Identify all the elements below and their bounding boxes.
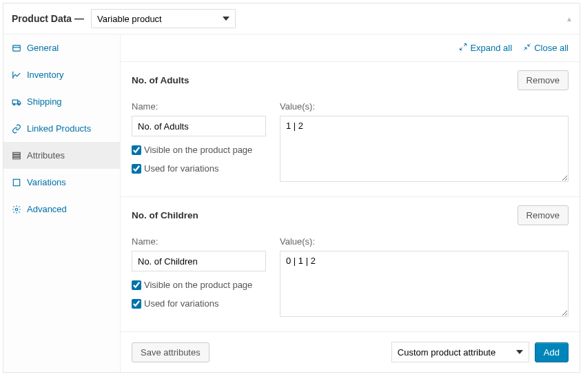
attribute-title: No. of Children: [132, 210, 198, 220]
product-data-panel: Product Data — Variable product ▲ Genera…: [3, 3, 580, 373]
sidebar-item-shipping[interactable]: Shipping: [3, 88, 120, 115]
close-all-link[interactable]: Close all: [523, 43, 569, 53]
sidebar-item-label: Attributes: [27, 150, 65, 161]
footer: Save attributes Custom product attribute…: [121, 332, 580, 372]
visible-checkbox[interactable]: [132, 145, 141, 155]
svg-rect-2: [12, 100, 18, 104]
svg-point-9: [15, 208, 18, 211]
variations-checkbox-row[interactable]: Used for variations: [132, 163, 266, 174]
gear-icon: [12, 205, 21, 214]
values-label: Value(s):: [280, 101, 569, 112]
attribute-name-input[interactable]: [132, 251, 266, 271]
svg-line-10: [464, 44, 467, 47]
remove-button[interactable]: Remove: [518, 70, 569, 90]
variations-checkbox-row[interactable]: Used for variations: [132, 298, 266, 309]
panel-header: Product Data — Variable product ▲: [3, 3, 580, 34]
square-icon: [12, 178, 21, 187]
product-type-select[interactable]: Variable product: [91, 9, 236, 28]
variations-label: Used for variations: [144, 298, 218, 309]
expand-all-link[interactable]: Expand all: [459, 43, 512, 53]
expand-all-label: Expand all: [470, 43, 512, 53]
add-button[interactable]: Add: [535, 342, 569, 362]
sidebar-item-attributes[interactable]: Attributes: [3, 142, 120, 169]
attribute-header[interactable]: No. of Children Remove: [132, 205, 569, 225]
variations-checkbox[interactable]: [132, 164, 141, 174]
sidebar-item-general[interactable]: General: [3, 34, 120, 61]
panel-title: Product Data —: [12, 13, 84, 24]
sidebar: General Inventory Shipping Linked Produc…: [3, 34, 121, 372]
sidebar-item-inventory[interactable]: Inventory: [3, 61, 120, 88]
panel-body: General Inventory Shipping Linked Produc…: [3, 34, 580, 372]
close-all-label: Close all: [534, 43, 569, 53]
link-icon: [12, 124, 21, 134]
svg-rect-8: [13, 179, 19, 185]
sidebar-item-advanced[interactable]: Advanced: [3, 196, 120, 223]
variations-label: Used for variations: [144, 163, 218, 174]
sidebar-item-variations[interactable]: Variations: [3, 169, 120, 196]
sidebar-item-label: Inventory: [27, 70, 63, 80]
sidebar-item-label: Advanced: [27, 204, 67, 214]
svg-line-12: [528, 44, 531, 47]
remove-button[interactable]: Remove: [518, 205, 569, 225]
sidebar-item-label: General: [27, 43, 59, 53]
attribute-block: No. of Adults Remove Name: Visible on th…: [121, 62, 580, 197]
truck-icon: [12, 97, 21, 107]
visible-checkbox-row[interactable]: Visible on the product page: [132, 280, 266, 290]
attribute-name-col: Name: Visible on the product page Used f…: [132, 101, 266, 184]
collapse-icon[interactable]: ▲: [566, 15, 573, 23]
svg-line-11: [460, 48, 463, 50]
sidebar-item-label: Variations: [27, 177, 66, 187]
svg-line-13: [524, 48, 527, 50]
sidebar-item-label: Linked Products: [27, 123, 91, 134]
sidebar-item-linked[interactable]: Linked Products: [3, 115, 120, 142]
gauge-icon: [12, 43, 21, 53]
visible-checkbox[interactable]: [132, 280, 141, 290]
footer-right: Custom product attribute Add: [391, 342, 569, 362]
attribute-header[interactable]: No. of Adults Remove: [132, 70, 569, 90]
collapse-all-icon: [523, 43, 531, 53]
expand-icon: [459, 43, 467, 53]
attribute-row: Name: Visible on the product page Used f…: [132, 101, 569, 184]
values-label: Value(s):: [280, 236, 569, 247]
name-label: Name:: [132, 236, 266, 247]
toolbar: Expand all Close all: [121, 34, 580, 62]
list-icon: [12, 151, 21, 161]
chart-icon: [12, 70, 21, 80]
svg-rect-7: [13, 157, 21, 158]
attribute-title: No. of Adults: [132, 75, 190, 85]
sidebar-item-label: Shipping: [27, 96, 62, 107]
svg-rect-0: [13, 45, 21, 50]
save-attributes-button[interactable]: Save attributes: [132, 342, 209, 362]
variations-checkbox[interactable]: [132, 299, 141, 309]
attribute-values-input[interactable]: [280, 116, 569, 182]
visible-label: Visible on the product page: [144, 145, 252, 155]
content-area: Expand all Close all No. of Adults Remov…: [121, 34, 580, 372]
visible-checkbox-row[interactable]: Visible on the product page: [132, 145, 266, 155]
svg-rect-5: [13, 152, 21, 154]
attribute-values-col: Value(s):: [280, 236, 569, 319]
attribute-type-select[interactable]: Custom product attribute: [391, 342, 529, 362]
svg-rect-6: [13, 154, 21, 156]
name-label: Name:: [132, 101, 266, 112]
attribute-block: No. of Children Remove Name: Visible on …: [121, 197, 580, 332]
attribute-values-col: Value(s):: [280, 101, 569, 184]
attribute-name-input[interactable]: [132, 116, 266, 136]
attribute-name-col: Name: Visible on the product page Used f…: [132, 236, 266, 319]
visible-label: Visible on the product page: [144, 280, 252, 290]
attribute-values-input[interactable]: [280, 251, 569, 317]
attribute-row: Name: Visible on the product page Used f…: [132, 236, 569, 319]
